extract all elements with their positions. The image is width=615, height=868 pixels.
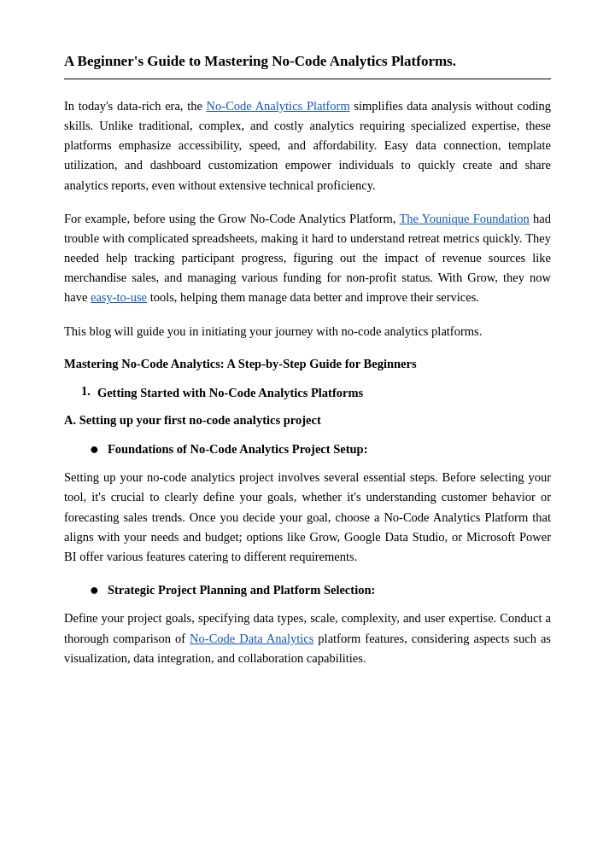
example-text-end: tools, helping them manage data better a…	[147, 290, 479, 304]
younique-foundation-link[interactable]: The Younique Foundation	[399, 212, 529, 225]
main-section-heading: Mastering No-Code Analytics: A Step-by-S…	[64, 355, 551, 372]
numbered-label-1: 1.	[81, 384, 91, 399]
bullet-section-1: ● Foundations of No-Code Analytics Proje…	[64, 440, 551, 459]
bullet-2-body: Define your project goals, specifying da…	[64, 609, 551, 668]
bullet-dot-1: ●	[90, 440, 99, 459]
bullet-dot-2: ●	[90, 580, 99, 600]
no-code-analytics-link[interactable]: No-Code Analytics Platform	[207, 99, 350, 113]
easy-to-use-link[interactable]: easy-to-use	[91, 290, 147, 304]
intro-text-after: simplifies data analysis without coding …	[64, 99, 551, 192]
bullet-1-heading: ● Foundations of No-Code Analytics Proje…	[64, 440, 551, 459]
page: A Beginner's Guide to Mastering No-Code …	[0, 0, 615, 868]
bullet-2-heading: ● Strategic Project Planning and Platfor…	[64, 580, 551, 600]
numbered-item-1: 1. Getting Started with No-Code Analytic…	[64, 384, 551, 411]
page-title: A Beginner's Guide to Mastering No-Code …	[64, 51, 551, 72]
bullet-section-2: ● Strategic Project Planning and Platfor…	[64, 580, 551, 600]
bullet-1-heading-text: Foundations of No-Code Analytics Project…	[108, 440, 368, 459]
title-divider	[64, 79, 551, 79]
guide-intro-paragraph: This blog will guide you in initiating y…	[64, 322, 551, 341]
example-paragraph: For example, before using the Grow No-Co…	[64, 209, 551, 308]
sub-heading-a: A. Setting up your first no-code analyti…	[64, 411, 551, 428]
bullet-1-body: Setting up your no-code analytics projec…	[64, 468, 551, 567]
numbered-item-1-text: Getting Started with No-Code Analytics P…	[97, 384, 363, 401]
bullet-2-heading-text: Strategic Project Planning and Platform …	[108, 580, 375, 600]
no-code-data-analytics-link[interactable]: No-Code Data Analytics	[190, 632, 313, 645]
example-text-before: For example, before using the Grow No-Co…	[64, 212, 399, 225]
intro-paragraph: In today's data-rich era, the No-Code An…	[64, 96, 551, 195]
intro-text-before: In today's data-rich era, the	[64, 99, 207, 113]
